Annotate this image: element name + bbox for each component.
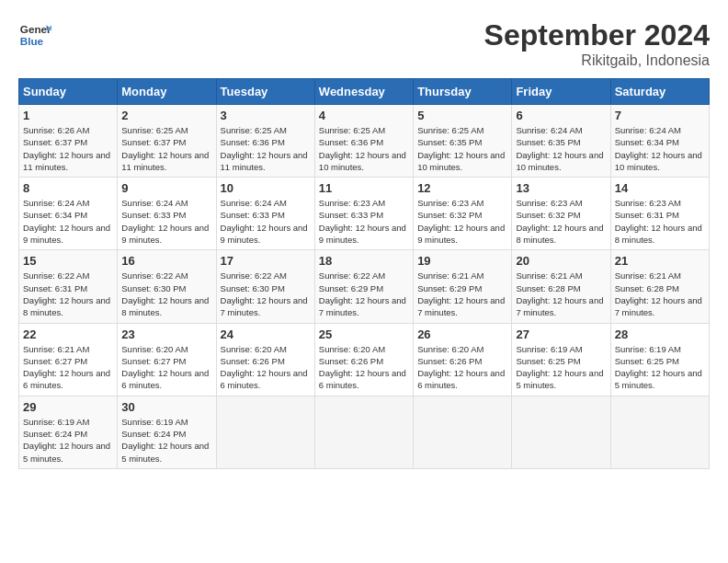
day-info: Sunrise: 6:25 AM Sunset: 6:35 PM Dayligh… — [417, 124, 507, 173]
calendar-day-cell: 5 Sunrise: 6:25 AM Sunset: 6:35 PM Dayli… — [414, 105, 512, 178]
calendar-day-cell — [216, 396, 314, 468]
calendar-day-cell: 21 Sunrise: 6:21 AM Sunset: 6:28 PM Dayl… — [610, 250, 709, 323]
day-info: Sunrise: 6:23 AM Sunset: 6:31 PM Dayligh… — [615, 197, 705, 246]
header-monday: Monday — [118, 79, 216, 105]
logo-icon: General Blue — [18, 18, 51, 52]
day-info: Sunrise: 6:21 AM Sunset: 6:27 PM Dayligh… — [23, 343, 113, 392]
day-number: 6 — [516, 109, 606, 122]
day-info: Sunrise: 6:20 AM Sunset: 6:26 PM Dayligh… — [417, 343, 507, 392]
calendar-day-cell: 26 Sunrise: 6:20 AM Sunset: 6:26 PM Dayl… — [414, 323, 512, 396]
calendar-day-cell — [512, 396, 610, 468]
day-info: Sunrise: 6:19 AM Sunset: 6:24 PM Dayligh… — [121, 416, 211, 465]
svg-text:Blue: Blue — [20, 35, 44, 47]
calendar-day-cell: 29 Sunrise: 6:19 AM Sunset: 6:24 PM Dayl… — [19, 396, 118, 468]
calendar-day-cell: 19 Sunrise: 6:21 AM Sunset: 6:29 PM Dayl… — [414, 250, 512, 323]
day-number: 1 — [23, 109, 113, 122]
day-number: 21 — [615, 254, 705, 268]
day-info: Sunrise: 6:23 AM Sunset: 6:33 PM Dayligh… — [319, 197, 409, 246]
day-info: Sunrise: 6:26 AM Sunset: 6:37 PM Dayligh… — [23, 124, 113, 173]
calendar-day-cell: 13 Sunrise: 6:23 AM Sunset: 6:32 PM Dayl… — [512, 178, 610, 250]
calendar-day-cell: 9 Sunrise: 6:24 AM Sunset: 6:33 PM Dayli… — [118, 178, 216, 250]
day-info: Sunrise: 6:20 AM Sunset: 6:26 PM Dayligh… — [319, 343, 409, 392]
calendar-day-cell: 15 Sunrise: 6:22 AM Sunset: 6:31 PM Dayl… — [19, 250, 118, 323]
logo: General Blue — [18, 18, 51, 52]
day-number: 24 — [221, 327, 311, 341]
calendar-day-cell: 23 Sunrise: 6:20 AM Sunset: 6:27 PM Dayl… — [118, 323, 216, 396]
calendar-day-cell: 14 Sunrise: 6:23 AM Sunset: 6:31 PM Dayl… — [610, 178, 709, 250]
day-number: 22 — [23, 327, 113, 341]
day-number: 16 — [121, 254, 211, 268]
day-info: Sunrise: 6:22 AM Sunset: 6:31 PM Dayligh… — [23, 270, 113, 318]
day-info: Sunrise: 6:23 AM Sunset: 6:32 PM Dayligh… — [417, 197, 507, 246]
header-friday: Friday — [512, 79, 610, 105]
day-info: Sunrise: 6:25 AM Sunset: 6:36 PM Dayligh… — [319, 124, 409, 173]
day-info: Sunrise: 6:24 AM Sunset: 6:34 PM Dayligh… — [23, 197, 113, 246]
calendar-day-cell — [314, 396, 413, 468]
day-info: Sunrise: 6:22 AM Sunset: 6:29 PM Dayligh… — [319, 270, 409, 318]
day-number: 18 — [319, 254, 409, 268]
day-number: 17 — [221, 254, 311, 268]
day-number: 12 — [417, 181, 507, 195]
calendar-day-cell: 12 Sunrise: 6:23 AM Sunset: 6:32 PM Dayl… — [414, 178, 512, 250]
calendar-day-cell: 22 Sunrise: 6:21 AM Sunset: 6:27 PM Dayl… — [19, 323, 118, 396]
day-number: 23 — [121, 327, 211, 341]
calendar-day-cell: 6 Sunrise: 6:24 AM Sunset: 6:35 PM Dayli… — [512, 105, 610, 178]
header-saturday: Saturday — [610, 79, 709, 105]
calendar-day-cell: 4 Sunrise: 6:25 AM Sunset: 6:36 PM Dayli… — [314, 105, 413, 178]
location-title: Rikitgaib, Indonesia — [484, 52, 710, 69]
day-number: 26 — [417, 327, 507, 341]
calendar-day-cell: 7 Sunrise: 6:24 AM Sunset: 6:34 PM Dayli… — [610, 105, 709, 178]
calendar-day-cell: 24 Sunrise: 6:20 AM Sunset: 6:26 PM Dayl… — [216, 323, 314, 396]
day-info: Sunrise: 6:24 AM Sunset: 6:34 PM Dayligh… — [615, 124, 705, 173]
day-number: 5 — [417, 109, 507, 122]
day-info: Sunrise: 6:24 AM Sunset: 6:35 PM Dayligh… — [516, 124, 606, 173]
header-sunday: Sunday — [19, 79, 118, 105]
calendar-week-row: 1 Sunrise: 6:26 AM Sunset: 6:37 PM Dayli… — [19, 105, 710, 178]
day-number: 13 — [516, 181, 606, 195]
calendar-day-cell: 25 Sunrise: 6:20 AM Sunset: 6:26 PM Dayl… — [314, 323, 413, 396]
header-wednesday: Wednesday — [314, 79, 413, 105]
day-info: Sunrise: 6:24 AM Sunset: 6:33 PM Dayligh… — [221, 197, 311, 246]
calendar-day-cell: 16 Sunrise: 6:22 AM Sunset: 6:30 PM Dayl… — [118, 250, 216, 323]
day-number: 28 — [615, 327, 705, 341]
calendar-week-row: 15 Sunrise: 6:22 AM Sunset: 6:31 PM Dayl… — [19, 250, 710, 323]
day-info: Sunrise: 6:25 AM Sunset: 6:36 PM Dayligh… — [221, 124, 311, 173]
day-number: 14 — [615, 181, 705, 195]
day-info: Sunrise: 6:20 AM Sunset: 6:26 PM Dayligh… — [221, 343, 311, 392]
title-area: September 2024 Rikitgaib, Indonesia — [484, 18, 710, 69]
calendar-day-cell: 30 Sunrise: 6:19 AM Sunset: 6:24 PM Dayl… — [118, 396, 216, 468]
day-number: 2 — [121, 109, 211, 122]
day-number: 10 — [221, 181, 311, 195]
calendar-table: Sunday Monday Tuesday Wednesday Thursday… — [18, 78, 710, 469]
day-info: Sunrise: 6:25 AM Sunset: 6:37 PM Dayligh… — [121, 124, 211, 173]
day-info: Sunrise: 6:23 AM Sunset: 6:32 PM Dayligh… — [516, 197, 606, 246]
calendar-day-cell: 8 Sunrise: 6:24 AM Sunset: 6:34 PM Dayli… — [19, 178, 118, 250]
header: General Blue September 2024 Rikitgaib, I… — [18, 18, 710, 69]
calendar-day-cell: 2 Sunrise: 6:25 AM Sunset: 6:37 PM Dayli… — [118, 105, 216, 178]
calendar-day-cell: 18 Sunrise: 6:22 AM Sunset: 6:29 PM Dayl… — [314, 250, 413, 323]
calendar-day-cell: 1 Sunrise: 6:26 AM Sunset: 6:37 PM Dayli… — [19, 105, 118, 178]
day-number: 27 — [516, 327, 606, 341]
calendar-week-row: 8 Sunrise: 6:24 AM Sunset: 6:34 PM Dayli… — [19, 178, 710, 250]
day-number: 20 — [516, 254, 606, 268]
day-info: Sunrise: 6:21 AM Sunset: 6:29 PM Dayligh… — [417, 270, 507, 318]
day-number: 30 — [121, 400, 211, 414]
day-info: Sunrise: 6:21 AM Sunset: 6:28 PM Dayligh… — [615, 270, 705, 318]
day-info: Sunrise: 6:20 AM Sunset: 6:27 PM Dayligh… — [121, 343, 211, 392]
day-info: Sunrise: 6:24 AM Sunset: 6:33 PM Dayligh… — [121, 197, 211, 246]
calendar-day-cell: 28 Sunrise: 6:19 AM Sunset: 6:25 PM Dayl… — [610, 323, 709, 396]
day-number: 9 — [121, 181, 211, 195]
day-info: Sunrise: 6:19 AM Sunset: 6:24 PM Dayligh… — [23, 416, 113, 465]
weekday-header-row: Sunday Monday Tuesday Wednesday Thursday… — [19, 79, 710, 105]
calendar-day-cell — [610, 396, 709, 468]
day-info: Sunrise: 6:22 AM Sunset: 6:30 PM Dayligh… — [221, 270, 311, 318]
day-number: 11 — [319, 181, 409, 195]
month-title: September 2024 — [484, 18, 710, 52]
day-number: 3 — [221, 109, 311, 122]
day-info: Sunrise: 6:21 AM Sunset: 6:28 PM Dayligh… — [516, 270, 606, 318]
day-info: Sunrise: 6:22 AM Sunset: 6:30 PM Dayligh… — [121, 270, 211, 318]
day-info: Sunrise: 6:19 AM Sunset: 6:25 PM Dayligh… — [516, 343, 606, 392]
day-info: Sunrise: 6:19 AM Sunset: 6:25 PM Dayligh… — [615, 343, 705, 392]
calendar-week-row: 22 Sunrise: 6:21 AM Sunset: 6:27 PM Dayl… — [19, 323, 710, 396]
calendar-week-row: 29 Sunrise: 6:19 AM Sunset: 6:24 PM Dayl… — [19, 396, 710, 468]
